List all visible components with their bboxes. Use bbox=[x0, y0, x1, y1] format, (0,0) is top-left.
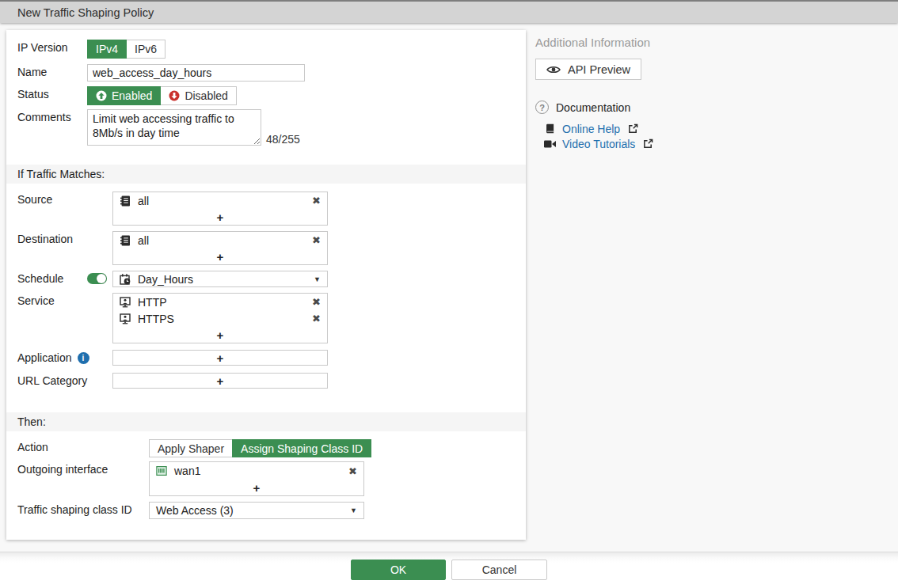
source-row: Source all ✖ + bbox=[6, 192, 526, 226]
status-disabled-text: Disabled bbox=[185, 89, 227, 102]
documentation-header: ? Documentation bbox=[535, 101, 876, 114]
ipv6-option[interactable]: IPv6 bbox=[126, 40, 166, 59]
url-category-label: URL Category bbox=[17, 373, 112, 387]
application-label: Application bbox=[17, 351, 72, 364]
address-book-icon bbox=[120, 195, 131, 207]
eye-icon bbox=[546, 65, 561, 74]
application-add-button[interactable]: + bbox=[113, 351, 327, 365]
service-monitor-icon bbox=[120, 297, 131, 308]
source-label: Source bbox=[17, 192, 112, 206]
outgoing-interface-box: wan1 ✖ + bbox=[149, 461, 364, 496]
status-enabled-text: Enabled bbox=[112, 89, 152, 102]
destination-label: Destination bbox=[17, 231, 112, 245]
destination-item-label: all bbox=[138, 234, 312, 247]
policy-form-panel: IP Version IPv4 IPv6 Name Status Enabled bbox=[6, 30, 526, 540]
destination-box: all ✖ + bbox=[112, 231, 328, 265]
ethernet-port-icon bbox=[156, 465, 168, 476]
service-item-https: HTTPS ✖ bbox=[113, 310, 327, 327]
remove-icon[interactable]: ✖ bbox=[312, 297, 321, 307]
status-disabled-button[interactable]: Disabled bbox=[160, 86, 236, 105]
remove-icon[interactable]: ✖ bbox=[312, 313, 321, 324]
assign-shaping-class-option[interactable]: Assign Shaping Class ID bbox=[232, 439, 371, 457]
schedule-toggle[interactable] bbox=[87, 273, 107, 284]
apply-shaper-option[interactable]: Apply Shaper bbox=[149, 439, 233, 457]
shaping-class-select[interactable]: Web Access (3) ▼ bbox=[149, 502, 364, 519]
traffic-shaping-policy-dialog: New Traffic Shaping Policy IP Version IP… bbox=[0, 0, 898, 588]
external-link-icon bbox=[641, 138, 654, 149]
ip-version-label: IP Version bbox=[17, 40, 87, 54]
section-then: Then: bbox=[6, 412, 526, 431]
name-label: Name bbox=[17, 64, 87, 78]
action-segmented: Apply Shaper Assign Shaping Class ID bbox=[149, 439, 371, 457]
question-mark-icon: ? bbox=[535, 101, 549, 114]
address-book-icon bbox=[120, 235, 131, 246]
application-label-cell: Application i bbox=[17, 350, 112, 364]
video-tutorials-link[interactable]: Video Tutorials bbox=[562, 138, 635, 150]
dialog-footer: OK Cancel bbox=[0, 552, 898, 588]
service-box: HTTP ✖ HTTPS ✖ + bbox=[112, 293, 328, 343]
interface-item-label: wan1 bbox=[174, 465, 348, 477]
status-enabled-button[interactable]: Enabled bbox=[87, 86, 161, 105]
shaping-class-label: Traffic shaping class ID bbox=[17, 502, 149, 516]
schedule-select[interactable]: Day_Hours ▼ bbox=[112, 271, 328, 287]
service-item-http: HTTP ✖ bbox=[113, 294, 327, 310]
service-monitor-icon bbox=[120, 313, 131, 324]
ip-version-row: IP Version IPv4 IPv6 bbox=[6, 40, 526, 59]
shaping-class-row: Traffic shaping class ID Web Access (3) … bbox=[6, 502, 526, 519]
schedule-calendar-icon bbox=[120, 274, 131, 285]
outgoing-interface-add-button[interactable]: + bbox=[150, 480, 363, 495]
comments-input[interactable]: Limit web accessing traffic to 8Mb/s in … bbox=[87, 109, 261, 146]
video-tutorials-row: Video Tutorials bbox=[543, 136, 876, 151]
ipv4-option[interactable]: IPv4 bbox=[87, 40, 127, 59]
ok-button[interactable]: OK bbox=[351, 560, 446, 580]
info-icon[interactable]: i bbox=[78, 352, 89, 364]
remove-icon[interactable]: ✖ bbox=[312, 235, 321, 245]
name-row: Name bbox=[6, 64, 526, 82]
service-add-button[interactable]: + bbox=[113, 327, 327, 343]
status-row: Status Enabled Disabled bbox=[6, 86, 526, 105]
status-segmented: Enabled Disabled bbox=[87, 86, 237, 105]
service-item-label: HTTP bbox=[138, 296, 312, 309]
application-box: + bbox=[112, 350, 328, 366]
source-add-button[interactable]: + bbox=[113, 209, 327, 225]
api-preview-button[interactable]: API Preview bbox=[535, 59, 641, 80]
source-box: all ✖ + bbox=[112, 192, 328, 226]
application-row: Application i + bbox=[6, 350, 526, 366]
destination-add-button[interactable]: + bbox=[113, 248, 327, 264]
url-category-row: URL Category + bbox=[6, 373, 526, 389]
service-row: Service HTTP ✖ HTTPS ✖ + bbox=[6, 293, 526, 343]
cancel-button[interactable]: Cancel bbox=[451, 560, 547, 580]
online-help-row: Online Help bbox=[543, 121, 876, 136]
external-link-icon bbox=[626, 123, 639, 134]
ip-version-segmented: IPv4 IPv6 bbox=[87, 40, 166, 59]
online-help-link[interactable]: Online Help bbox=[562, 123, 620, 135]
video-camera-icon bbox=[543, 140, 556, 148]
shaping-class-value: Web Access (3) bbox=[156, 504, 350, 517]
url-category-box: + bbox=[112, 373, 328, 389]
chevron-down-icon: ▼ bbox=[350, 506, 357, 514]
schedule-value: Day_Hours bbox=[138, 273, 314, 286]
name-input[interactable] bbox=[87, 64, 305, 82]
interface-item-wan1: wan1 ✖ bbox=[150, 462, 363, 480]
comments-row: Comments Limit web accessing traffic to … bbox=[6, 109, 526, 146]
action-label: Action bbox=[17, 439, 149, 453]
comments-char-counter: 48/255 bbox=[266, 133, 300, 146]
remove-icon[interactable]: ✖ bbox=[312, 195, 321, 206]
book-icon bbox=[543, 123, 556, 134]
destination-row: Destination all ✖ + bbox=[6, 231, 526, 265]
chevron-down-icon: ▼ bbox=[314, 275, 321, 283]
source-item-all: all ✖ bbox=[113, 192, 327, 209]
remove-icon[interactable]: ✖ bbox=[348, 466, 357, 476]
schedule-label: Schedule bbox=[17, 271, 87, 285]
circle-down-arrow-icon bbox=[169, 90, 180, 101]
destination-item-all: all ✖ bbox=[113, 232, 327, 248]
source-item-label: all bbox=[138, 195, 312, 207]
documentation-label: Documentation bbox=[556, 101, 630, 114]
outgoing-interface-label: Outgoing interface bbox=[17, 461, 149, 476]
page-title: New Traffic Shaping Policy bbox=[17, 6, 154, 19]
documentation-links: Online Help Video Tutorials bbox=[543, 121, 876, 151]
dialog-titlebar: New Traffic Shaping Policy bbox=[0, 0, 898, 23]
url-category-add-button[interactable]: + bbox=[113, 374, 327, 388]
additional-info-panel: Additional Information API Preview ? Doc… bbox=[535, 30, 876, 151]
additional-info-header: Additional Information bbox=[535, 35, 876, 51]
